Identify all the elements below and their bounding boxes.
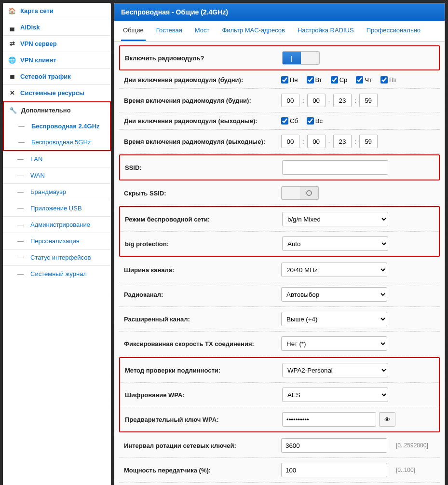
- label-radio-channel: Радиоканал:: [122, 291, 281, 298]
- sidebar-item-netmap[interactable]: 🏠 Карта сети: [3, 3, 111, 19]
- toggle-off-icon: [300, 187, 318, 199]
- sidebar-sub-wl5[interactable]: — Беспроводная 5GHz: [4, 134, 110, 150]
- label-tx-rate: Фиксированная скорость TX соединения:: [122, 340, 281, 347]
- dash-icon: —: [18, 139, 25, 146]
- sidebar-sub-label: LAN: [30, 155, 42, 163]
- weekday-checks: Пн Вт Ср Чт Пт: [281, 76, 437, 83]
- sidebar-sub-label: Статус интерфейсов: [30, 254, 91, 261]
- sidebar-item-advanced[interactable]: 🔧 Дополнительно: [4, 102, 110, 118]
- tab-bar: Общие Гостевая Мост Фильтр MAC-адресов Н…: [114, 21, 445, 42]
- sidebar-sub-admin[interactable]: — Администрирование: [3, 217, 111, 233]
- tab-general[interactable]: Общие: [121, 21, 146, 41]
- resources-icon: ✕: [8, 89, 16, 97]
- sidebar-sub-syslog[interactable]: — Системный журнал: [3, 266, 111, 282]
- sidebar-label: Дополнительно: [21, 107, 71, 114]
- ssid-input[interactable]: [282, 160, 388, 175]
- select-channel-width[interactable]: 20/40 MHz: [281, 263, 387, 277]
- label-time-weekend: Время включения радиомодуля (выходные):: [122, 138, 281, 145]
- home-icon: 🏠: [8, 7, 16, 14]
- wpa-psk-input[interactable]: [282, 412, 376, 427]
- sidebar-item-vpnclient[interactable]: 🌐 VPN клиент: [3, 52, 111, 69]
- toggle-off-side: [301, 52, 319, 64]
- label-time-weekday: Время включения радиомодуля (будни):: [122, 97, 281, 104]
- label-bg-protection: b/g protection:: [123, 240, 282, 248]
- rekey-input[interactable]: [281, 438, 387, 453]
- we-h1[interactable]: [281, 135, 299, 148]
- select-radio-channel[interactable]: Автовыбор: [281, 287, 387, 302]
- label-mode: Режим беспроводной сети:: [123, 216, 282, 223]
- wk-h1[interactable]: [281, 94, 299, 107]
- sidebar-label: VPN сервер: [20, 40, 57, 47]
- sidebar-item-vpnserver[interactable]: ⇄ VPN сервер: [3, 36, 111, 52]
- tx-power-input[interactable]: [281, 463, 387, 477]
- traffic-icon: ≣: [8, 73, 16, 80]
- eye-icon: 👁: [384, 416, 391, 423]
- chk-fri[interactable]: Пт: [380, 76, 396, 83]
- sidebar-sub-label: Брандмауэр: [30, 188, 66, 195]
- we-m2[interactable]: [359, 135, 378, 148]
- sidebar-sub-personal[interactable]: — Персонализация: [3, 233, 111, 249]
- we-m1[interactable]: [307, 135, 326, 148]
- label-days-weekend: Дни включения радиомодуля (выходные):: [122, 117, 281, 125]
- chk-wed[interactable]: Ср: [331, 76, 348, 83]
- label-days-weekday: Дни включения радиомодуля (будни):: [122, 76, 281, 83]
- toggle-hide-ssid[interactable]: [281, 186, 319, 200]
- we-h2[interactable]: [333, 135, 352, 148]
- dash-icon: —: [17, 254, 24, 261]
- chk-thu[interactable]: Чт: [356, 76, 372, 83]
- sidebar-sub-wl24[interactable]: — Беспроводная 2.4GHz: [4, 118, 110, 134]
- tab-pro[interactable]: Профессионально: [365, 21, 422, 41]
- globe-icon: 🌐: [8, 56, 16, 64]
- vpn-server-icon: ⇄: [8, 40, 16, 47]
- tab-guest[interactable]: Гостевая: [154, 21, 184, 41]
- label-hide-ssid: Скрыть SSID:: [122, 190, 281, 197]
- wk-m2[interactable]: [359, 94, 378, 107]
- label-auth: Метод проверки подлинности:: [123, 367, 282, 374]
- select-auth[interactable]: WPA2-Personal: [282, 363, 388, 377]
- chk-sun[interactable]: Вс: [307, 117, 323, 125]
- sidebar-sub-label: Системный журнал: [30, 270, 87, 277]
- select-tx-rate[interactable]: Нет (*): [281, 336, 387, 351]
- wk-m1[interactable]: [307, 94, 326, 107]
- sidebar-sub-usb[interactable]: — Приложение USB: [3, 200, 111, 217]
- main-panel: Беспроводная - Общие (2.4GHz) Общие Гост…: [114, 3, 445, 485]
- sidebar-sub-lan[interactable]: — LAN: [3, 151, 111, 167]
- select-mode[interactable]: b/g/n Mixed: [282, 212, 388, 226]
- select-wpa-enc[interactable]: AES: [282, 388, 388, 402]
- tab-macfilter[interactable]: Фильтр MAC-адресов: [220, 21, 287, 41]
- sidebar-sub-wan[interactable]: — WAN: [3, 167, 111, 184]
- sidebar-label: VPN клиент: [20, 56, 56, 64]
- wk-h2[interactable]: [333, 94, 352, 107]
- tab-radius[interactable]: Настройка RADIUS: [296, 21, 356, 41]
- sidebar-label: Карта сети: [20, 7, 54, 14]
- disk-icon: ▄: [8, 24, 16, 31]
- sidebar-sub-label: Персонализация: [30, 237, 80, 245]
- sidebar-sub-ifstatus[interactable]: — Статус интерфейсов: [3, 249, 111, 266]
- dash-icon: —: [17, 221, 24, 228]
- show-password-button[interactable]: 👁: [379, 412, 395, 427]
- tab-bridge[interactable]: Мост: [193, 21, 212, 41]
- label-tx-power: Мощность передатчика (%):: [122, 467, 281, 474]
- label-ssid: SSID:: [123, 164, 282, 171]
- toggle-on-side: [282, 187, 300, 199]
- sidebar-item-sysres[interactable]: ✕ Системные ресурсы: [3, 85, 111, 101]
- select-ext-channel[interactable]: Выше (+4): [281, 312, 387, 326]
- page-title: Беспроводная - Общие (2.4GHz): [114, 3, 445, 21]
- select-bg-protection[interactable]: Auto: [282, 236, 388, 251]
- sidebar-sub-label: Приложение USB: [30, 205, 82, 212]
- toggle-on-icon: |: [283, 52, 301, 64]
- chk-tue[interactable]: Вт: [307, 76, 322, 83]
- sidebar-label: Системные ресурсы: [20, 89, 84, 97]
- chk-mon[interactable]: Пн: [281, 76, 298, 83]
- sidebar-label: Сетевой трафик: [20, 73, 71, 80]
- sidebar-sub-firewall[interactable]: — Брандмауэр: [3, 184, 111, 200]
- chk-sat[interactable]: Сб: [281, 117, 298, 125]
- dash-icon: —: [18, 123, 25, 130]
- sidebar-item-traffic[interactable]: ≣ Сетевой трафик: [3, 69, 111, 85]
- sidebar-item-aidisk[interactable]: ▄ AiDisk: [3, 19, 111, 36]
- label-wpa-enc: Шифрование WPA:: [123, 391, 282, 399]
- wrench-icon: 🔧: [9, 107, 17, 114]
- sidebar-label: AiDisk: [20, 24, 40, 31]
- tx-power-hint: [0..100]: [396, 467, 415, 473]
- toggle-enable-radio[interactable]: |: [282, 51, 320, 65]
